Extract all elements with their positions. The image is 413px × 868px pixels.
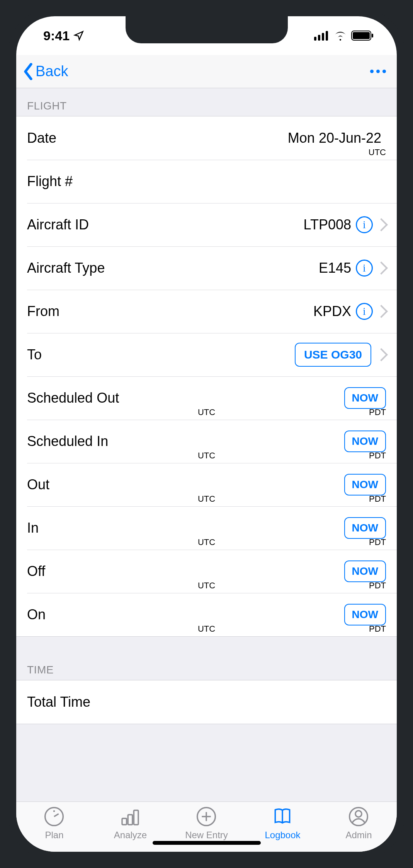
wifi-icon bbox=[333, 31, 347, 41]
row-flight-no[interactable]: Flight # bbox=[16, 160, 397, 203]
label-on: On bbox=[27, 607, 46, 623]
value-date: Mon 20-Jun-22 bbox=[288, 130, 381, 146]
gauge-icon bbox=[43, 806, 65, 827]
chevron-right-icon bbox=[375, 305, 388, 318]
now-button[interactable]: NOW bbox=[344, 604, 386, 625]
flight-list: Date Mon 20-Jun-22 UTC Flight # Aircraft… bbox=[16, 116, 397, 637]
time-list: Total Time bbox=[16, 680, 397, 724]
tab-label: Admin bbox=[345, 830, 372, 841]
back-label: Back bbox=[36, 63, 68, 80]
tab-label: Plan bbox=[45, 830, 63, 841]
value-from: KPDX bbox=[313, 303, 351, 320]
sub-utc: UTC bbox=[198, 494, 215, 504]
label-aircraft-id: Aircraft ID bbox=[27, 217, 89, 233]
label-from: From bbox=[27, 303, 59, 320]
row-date[interactable]: Date Mon 20-Jun-22 UTC bbox=[16, 116, 397, 160]
svg-rect-11 bbox=[128, 815, 133, 825]
svg-point-18 bbox=[355, 811, 362, 817]
info-icon[interactable]: i bbox=[356, 260, 373, 277]
svg-rect-0 bbox=[314, 37, 316, 41]
sub-utc: UTC bbox=[198, 581, 215, 591]
sub-date: UTC bbox=[369, 147, 386, 157]
now-button[interactable]: NOW bbox=[344, 474, 386, 496]
cellular-icon bbox=[314, 31, 330, 41]
info-icon[interactable]: i bbox=[356, 303, 373, 320]
now-button[interactable]: NOW bbox=[344, 431, 386, 452]
sub-utc: UTC bbox=[198, 624, 215, 634]
sub-pdt: PDT bbox=[369, 494, 386, 504]
label-flight-no: Flight # bbox=[27, 173, 73, 190]
sub-utc: UTC bbox=[198, 537, 215, 547]
now-button[interactable]: NOW bbox=[344, 560, 386, 582]
plus-circle-icon bbox=[195, 806, 217, 827]
label-out: Out bbox=[27, 477, 49, 493]
row-off[interactable]: Off NOW UTC PDT bbox=[16, 550, 397, 593]
label-total-time: Total Time bbox=[27, 694, 90, 710]
status-time: 9:41 bbox=[43, 28, 70, 43]
sub-pdt: PDT bbox=[369, 624, 386, 634]
now-button[interactable]: NOW bbox=[344, 387, 386, 409]
now-button[interactable]: NOW bbox=[344, 517, 386, 539]
tab-label: Logbook bbox=[265, 830, 300, 841]
tab-logbook[interactable]: Logbook bbox=[246, 806, 319, 841]
use-og30-button[interactable]: USE OG30 bbox=[295, 343, 371, 367]
row-out[interactable]: Out NOW UTC PDT bbox=[16, 463, 397, 506]
row-scheduled-out[interactable]: Scheduled Out NOW UTC PDT bbox=[16, 376, 397, 420]
tab-plan[interactable]: Plan bbox=[18, 806, 90, 841]
tab-new-entry[interactable]: New Entry bbox=[170, 806, 243, 841]
back-button[interactable]: Back bbox=[22, 63, 68, 80]
tab-analyze[interactable]: Analyze bbox=[94, 806, 167, 841]
label-scheduled-in: Scheduled In bbox=[27, 433, 108, 449]
section-header-time: Time bbox=[16, 637, 397, 680]
bars-icon bbox=[119, 806, 141, 827]
location-icon bbox=[73, 30, 84, 41]
row-aircraft-id[interactable]: Aircraft ID LTP008 i bbox=[16, 203, 397, 246]
svg-line-9 bbox=[54, 814, 59, 817]
svg-rect-6 bbox=[372, 34, 373, 38]
sub-pdt: PDT bbox=[369, 581, 386, 591]
value-aircraft-type: E145 bbox=[319, 260, 351, 276]
sub-pdt: PDT bbox=[369, 451, 386, 461]
tab-admin[interactable]: Admin bbox=[323, 806, 395, 841]
label-to: To bbox=[27, 347, 42, 363]
section-header-flight: Flight bbox=[16, 88, 397, 116]
chevron-left-icon bbox=[22, 63, 34, 80]
sub-pdt: PDT bbox=[369, 537, 386, 547]
row-from[interactable]: From KPDX i bbox=[16, 290, 397, 333]
home-indicator bbox=[153, 841, 261, 845]
content-scroll[interactable]: Flight Date Mon 20-Jun-22 UTC Flight # A… bbox=[16, 88, 397, 801]
svg-rect-5 bbox=[353, 32, 370, 39]
label-off: Off bbox=[27, 563, 45, 579]
svg-point-8 bbox=[53, 810, 55, 812]
nav-bar: Back bbox=[16, 55, 397, 88]
tab-label: Analyze bbox=[114, 830, 147, 841]
book-icon bbox=[272, 806, 293, 827]
label-aircraft-type: Aircraft Type bbox=[27, 260, 105, 276]
chevron-right-icon bbox=[375, 348, 388, 361]
user-circle-icon bbox=[348, 806, 369, 827]
value-aircraft-id: LTP008 bbox=[304, 217, 351, 233]
more-button[interactable] bbox=[370, 70, 386, 73]
label-scheduled-out: Scheduled Out bbox=[27, 390, 119, 406]
row-on[interactable]: On NOW UTC PDT bbox=[16, 593, 397, 636]
svg-rect-10 bbox=[122, 818, 127, 825]
label-date: Date bbox=[27, 130, 56, 146]
sub-utc: UTC bbox=[198, 451, 215, 461]
battery-icon bbox=[351, 31, 374, 41]
tab-label: New Entry bbox=[185, 830, 228, 841]
info-icon[interactable]: i bbox=[356, 216, 373, 233]
row-aircraft-type[interactable]: Aircraft Type E145 i bbox=[16, 246, 397, 290]
label-in: In bbox=[27, 520, 39, 536]
svg-rect-1 bbox=[318, 35, 320, 41]
svg-rect-2 bbox=[322, 33, 324, 41]
row-scheduled-in[interactable]: Scheduled In NOW UTC PDT bbox=[16, 420, 397, 463]
chevron-right-icon bbox=[375, 218, 388, 231]
row-in[interactable]: In NOW UTC PDT bbox=[16, 506, 397, 550]
svg-rect-12 bbox=[134, 810, 139, 825]
chevron-right-icon bbox=[375, 261, 388, 275]
svg-rect-3 bbox=[326, 31, 328, 41]
sub-utc: UTC bbox=[198, 407, 215, 417]
sub-pdt: PDT bbox=[369, 407, 386, 417]
row-to[interactable]: To USE OG30 bbox=[16, 333, 397, 376]
row-total-time[interactable]: Total Time bbox=[16, 680, 397, 724]
